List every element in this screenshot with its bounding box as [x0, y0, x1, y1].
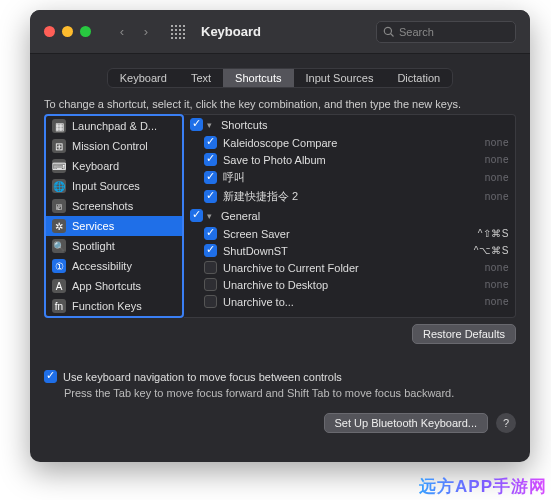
shortcut-keys[interactable]: none	[485, 262, 509, 273]
shortcut-checkbox[interactable]	[204, 153, 217, 166]
preferences-window: ‹ › Keyboard Search KeyboardTextShortcut…	[30, 10, 530, 462]
category-icon: 🌐	[52, 179, 66, 193]
shortcut-row[interactable]: ShutDownST^⌥⌘S	[184, 242, 515, 259]
shortcut-row[interactable]: Unarchive to...none	[184, 293, 515, 310]
category-item[interactable]: ⌨Keyboard	[46, 156, 182, 176]
category-label: Launchpad & D...	[72, 120, 157, 132]
category-list[interactable]: ▦Launchpad & D...⊞Mission Control⌨Keyboa…	[44, 114, 184, 318]
shortcut-row[interactable]: Unarchive to Current Foldernone	[184, 259, 515, 276]
zoom-window-button[interactable]	[80, 26, 91, 37]
category-item[interactable]: ✲Services	[46, 216, 182, 236]
shortcut-label: 呼叫	[223, 170, 479, 185]
tab-dictation[interactable]: Dictation	[385, 69, 452, 87]
search-icon	[383, 26, 395, 38]
keyboard-navigation-checkbox[interactable]	[44, 370, 57, 383]
close-window-button[interactable]	[44, 26, 55, 37]
group-checkbox[interactable]	[190, 209, 203, 222]
category-label: Spotlight	[72, 240, 115, 252]
shortcut-keys[interactable]: ^⌥⌘S	[474, 245, 509, 256]
category-item[interactable]: ▦Launchpad & D...	[46, 116, 182, 136]
shortcut-row[interactable]: Screen Saver^⇧⌘S	[184, 225, 515, 242]
shortcut-label: ShutDownST	[223, 245, 468, 257]
category-label: Services	[72, 220, 114, 232]
category-label: Function Keys	[72, 300, 142, 312]
shortcut-label: Unarchive to Current Folder	[223, 262, 479, 274]
shortcut-label: Screen Saver	[223, 228, 472, 240]
keyboard-navigation-help: Press the Tab key to move focus forward …	[64, 387, 516, 399]
minimize-window-button[interactable]	[62, 26, 73, 37]
shortcut-checkbox[interactable]	[204, 295, 217, 308]
category-label: Mission Control	[72, 140, 148, 152]
search-field[interactable]: Search	[376, 21, 516, 43]
shortcut-keys[interactable]: none	[485, 154, 509, 165]
category-icon: ⌨	[52, 159, 66, 173]
chevron-down-icon[interactable]: ▾	[207, 211, 217, 221]
category-icon: ▦	[52, 119, 66, 133]
category-label: Keyboard	[72, 160, 119, 172]
content-area: KeyboardTextShortcutsInput SourcesDictat…	[30, 54, 530, 443]
tab-text[interactable]: Text	[179, 69, 223, 87]
category-label: Accessibility	[72, 260, 132, 272]
shortcut-list[interactable]: ▾ShortcutsKaleidoscope ComparenoneSave t…	[184, 114, 516, 318]
category-icon: 🔍	[52, 239, 66, 253]
tab-bar: KeyboardTextShortcutsInput SourcesDictat…	[44, 68, 516, 88]
shortcuts-panel: ▦Launchpad & D...⊞Mission Control⌨Keyboa…	[44, 114, 516, 318]
shortcut-label: Unarchive to...	[223, 296, 479, 308]
group-name: General	[221, 210, 260, 222]
back-button[interactable]: ‹	[111, 22, 133, 42]
shortcut-keys[interactable]: none	[485, 279, 509, 290]
setup-bluetooth-button[interactable]: Set Up Bluetooth Keyboard...	[324, 413, 488, 433]
shortcut-label: Kaleidoscope Compare	[223, 137, 479, 149]
shortcut-label: 新建快捷指令 2	[223, 189, 479, 204]
nav-checkbox-row: Use keyboard navigation to move focus be…	[44, 370, 516, 383]
nav-buttons: ‹ ›	[111, 22, 157, 42]
shortcut-row[interactable]: Kaleidoscope Comparenone	[184, 134, 515, 151]
category-item[interactable]: fnFunction Keys	[46, 296, 182, 316]
tab-input-sources[interactable]: Input Sources	[294, 69, 386, 87]
shortcut-row[interactable]: Save to Photo Albumnone	[184, 151, 515, 168]
forward-button[interactable]: ›	[135, 22, 157, 42]
shortcut-row[interactable]: 呼叫none	[184, 168, 515, 187]
shortcut-keys[interactable]: none	[485, 191, 509, 202]
keyboard-navigation-label: Use keyboard navigation to move focus be…	[63, 371, 342, 383]
category-item[interactable]: 🌐Input Sources	[46, 176, 182, 196]
category-item[interactable]: 🔍Spotlight	[46, 236, 182, 256]
shortcut-checkbox[interactable]	[204, 136, 217, 149]
shortcut-row[interactable]: 新建快捷指令 2none	[184, 187, 515, 206]
shortcut-keys[interactable]: none	[485, 172, 509, 183]
shortcut-checkbox[interactable]	[204, 278, 217, 291]
category-label: App Shortcuts	[72, 280, 141, 292]
tab-shortcuts[interactable]: Shortcuts	[223, 69, 293, 87]
shortcut-keys[interactable]: ^⇧⌘S	[478, 228, 509, 239]
show-all-button[interactable]	[171, 25, 185, 39]
group-header[interactable]: ▾Shortcuts	[184, 115, 515, 134]
titlebar: ‹ › Keyboard Search	[30, 10, 530, 54]
shortcut-row[interactable]: Unarchive to Desktopnone	[184, 276, 515, 293]
watermark-text: 远方APP手游网	[419, 475, 547, 498]
category-icon: ①	[52, 259, 66, 273]
restore-defaults-button[interactable]: Restore Defaults	[412, 324, 516, 344]
tab-keyboard[interactable]: Keyboard	[108, 69, 179, 87]
shortcut-checkbox[interactable]	[204, 171, 217, 184]
search-placeholder: Search	[399, 26, 434, 38]
category-item[interactable]: AApp Shortcuts	[46, 276, 182, 296]
category-item[interactable]: ⎚Screenshots	[46, 196, 182, 216]
category-item[interactable]: ⊞Mission Control	[46, 136, 182, 156]
category-icon: ⊞	[52, 139, 66, 153]
shortcut-keys[interactable]: none	[485, 137, 509, 148]
category-icon: ✲	[52, 219, 66, 233]
instruction-text: To change a shortcut, select it, click t…	[44, 98, 516, 110]
shortcut-checkbox[interactable]	[204, 227, 217, 240]
shortcut-keys[interactable]: none	[485, 296, 509, 307]
chevron-down-icon[interactable]: ▾	[207, 120, 217, 130]
help-button[interactable]: ?	[496, 413, 516, 433]
shortcut-checkbox[interactable]	[204, 261, 217, 274]
category-item[interactable]: ①Accessibility	[46, 256, 182, 276]
category-label: Screenshots	[72, 200, 133, 212]
shortcut-checkbox[interactable]	[204, 190, 217, 203]
group-header[interactable]: ▾General	[184, 206, 515, 225]
shortcut-label: Save to Photo Album	[223, 154, 479, 166]
group-checkbox[interactable]	[190, 118, 203, 131]
window-controls	[44, 26, 91, 37]
shortcut-checkbox[interactable]	[204, 244, 217, 257]
